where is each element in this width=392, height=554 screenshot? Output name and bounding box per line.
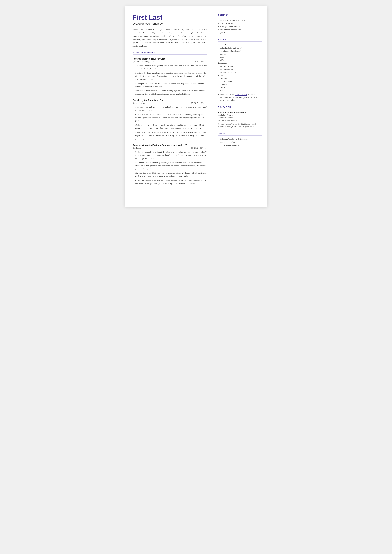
skill-item: Atlassian Suite (Advanced)	[218, 47, 262, 49]
job-dates: 08/2012 – 01/2016	[191, 147, 206, 149]
job-header: Growthsi, San Francisco, CA	[133, 99, 207, 102]
job-bullet: Performed manual and automated testing o…	[133, 150, 207, 160]
skills-section: SKILLS Technical:Atlassian Suite (Advanc…	[218, 39, 262, 102]
contact-section: CONTACT Helena, MT (Open to Remote)+1-23…	[218, 14, 262, 34]
other-list: Selenium WebDriver Certification.Cucumbe…	[218, 138, 262, 147]
edu-awards: Awards: Resume Worded Teaching Fellow (o…	[218, 123, 262, 128]
job-bullets: Automated manual testing using Python an…	[133, 64, 207, 96]
skill-item: TestLink	[218, 77, 262, 80]
job-bullets: Performed manual and automated testing o…	[133, 150, 207, 185]
job-bullet: Supervised research into 23 new technolo…	[133, 106, 207, 112]
contact-item: github.com/resumeworded	[218, 32, 262, 34]
job-sub: QA Tester08/2012 – 01/2016	[133, 147, 207, 149]
company-name: Resume Worded's Exciting Company, New Yo…	[133, 144, 187, 146]
job-title-text: System Analyst	[133, 102, 145, 104]
education-section: EDUCATION Resume Worded University Bache…	[218, 106, 262, 128]
resume-page: First Last QA Automation Engineer Experi…	[125, 6, 267, 207]
contact-item: +1-234-456-789	[218, 22, 262, 25]
job-bullets: Supervised research into 23 new technolo…	[133, 106, 207, 140]
job-bullet: Developed an automation framework in Pyt…	[133, 82, 207, 88]
job-header: Resume Worded, New York, NY	[133, 57, 207, 60]
contact-item: email@resumeworded.com	[218, 25, 262, 28]
skill-item: Cucumber	[218, 89, 262, 91]
skill-item: AutoCAD	[218, 83, 262, 86]
work-experience-header: WORK EXPERIENCE	[133, 51, 207, 55]
skill-category-group: Technical:Atlassian Suite (Advanced)Conf…	[218, 44, 262, 61]
job-entry: Growthsi, San Francisco, CASystem Analys…	[133, 99, 207, 140]
jobs-container: Resume Worded, New York, NYQA Automation…	[133, 57, 207, 185]
skill-item: TestNG	[218, 86, 262, 89]
skill-item: Software Testing	[218, 65, 262, 67]
candidate-name: First Last	[133, 14, 207, 21]
job-bullet: Conducted regression testing on 10 new f…	[133, 179, 207, 185]
other-header: OTHER	[218, 133, 262, 136]
job-entry: Resume Worded, New York, NYQA Automation…	[133, 57, 207, 96]
skill-category-label: Techniques:	[218, 62, 262, 64]
edu-institution: Resume Worded University	[218, 111, 262, 114]
job-bullet: Participated in daily stand-up meetings …	[133, 161, 207, 170]
job-header: Resume Worded's Exciting Company, New Yo…	[133, 144, 207, 146]
company-name: Resume Worded, New York, NY	[133, 57, 165, 60]
company-name: Growthsi, San Francisco, CA	[133, 99, 163, 102]
skill-item: QA Engineering	[218, 68, 262, 70]
skill-category-group: Tools:TestLinkISO/TS 16949AutoCADTestNGC…	[218, 74, 262, 91]
skill-list: Software TestingQA EngineeringProject En…	[218, 65, 262, 73]
skills-container: Technical:Atlassian Suite (Advanced)Conf…	[218, 44, 262, 91]
contact-header: CONTACT	[218, 14, 262, 17]
candidate-title: QA Automation Engineer	[133, 22, 207, 25]
contact-list: Helena, MT (Open to Remote)+1-234-456-78…	[218, 19, 262, 34]
edu-degree: Bachelor of Science	[218, 114, 262, 117]
promo-text: Don't forget to use Resume Worded to sca…	[218, 93, 262, 102]
other-section: OTHER Selenium WebDriver Certification.C…	[218, 133, 262, 147]
skill-item: Jenkins	[218, 53, 262, 55]
job-bullet: Mentored 14 team members on automation f…	[133, 71, 207, 81]
skill-list: TestLinkISO/TS 16949AutoCADTestNGCucumbe…	[218, 77, 262, 91]
job-bullet: Collaborated with finance, legal, operat…	[133, 124, 207, 130]
education-header: EDUCATION	[218, 106, 262, 109]
job-bullet: Provided training on using new software …	[133, 131, 207, 140]
skill-category-label: Tools:	[218, 74, 262, 77]
skill-list: Atlassian Suite (Advanced)Confluence (Ex…	[218, 47, 262, 61]
skill-item: Project Engineering	[218, 71, 262, 73]
job-title-text: QA Automation Engineer	[133, 60, 154, 63]
skill-category-group: Techniques:Software TestingQA Engineerin…	[218, 62, 262, 73]
skill-item: JIRA	[218, 59, 262, 61]
job-dates: 05/2017 – 10/2019	[191, 102, 206, 104]
skill-item: Java	[218, 56, 262, 58]
edu-field: Computer Science	[218, 117, 262, 119]
job-sub: QA Automation Engineer11/2019 – Present	[133, 60, 207, 63]
skill-category-label: Technical:	[218, 44, 262, 46]
summary-text: Experienced QA automation engineer with …	[133, 28, 207, 48]
job-bullet: Ensured that over 3.1K tests were perfor…	[133, 171, 207, 178]
right-column: CONTACT Helena, MT (Open to Remote)+1-23…	[213, 6, 267, 207]
other-item: API Testing with Postman.	[218, 144, 262, 147]
job-bullet: Guided the implementation of 7 new ERP s…	[133, 113, 207, 123]
job-bullet: Automated manual testing using Python an…	[133, 64, 207, 70]
job-title-text: QA Tester	[133, 147, 141, 149]
job-dates: 11/2019 – Present	[192, 60, 206, 63]
job-sub: System Analyst05/2017 – 10/2019	[133, 102, 207, 104]
other-item: Selenium WebDriver Certification.	[218, 138, 262, 140]
skill-item: ISO/TS 16949	[218, 80, 262, 83]
job-bullet: Deployed 4 new features in a core bankin…	[133, 89, 207, 96]
contact-item: Helena, MT (Open to Remote)	[218, 19, 262, 21]
skill-item: Confluence (Experienced)	[218, 50, 262, 52]
job-entry: Resume Worded's Exciting Company, New Yo…	[133, 144, 207, 185]
skills-header: SKILLS	[218, 39, 262, 42]
promo-link[interactable]: Resume Worded	[235, 93, 247, 96]
edu-dates: Boston, MA — 05/2011	[218, 119, 262, 122]
other-item: Cucumber & Gherkin.	[218, 141, 262, 143]
left-column: First Last QA Automation Engineer Experi…	[125, 6, 213, 207]
contact-item: linkedin.com/in/username	[218, 28, 262, 31]
